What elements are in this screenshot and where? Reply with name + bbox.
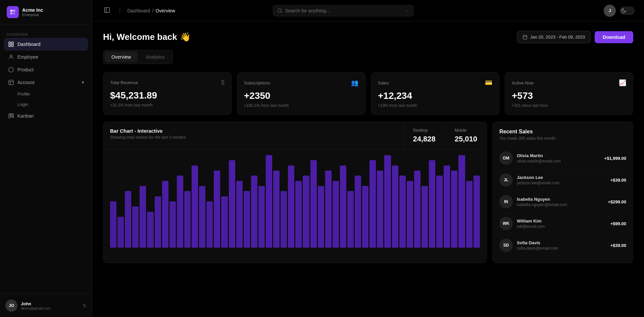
chart-bar-44[interactable] — [436, 176, 443, 248]
chart-bar-49[interactable] — [474, 176, 480, 248]
mobile-value: 25,010 — [455, 135, 477, 143]
search-arrow-icon: → — [405, 8, 409, 13]
chart-bar-35[interactable] — [369, 160, 376, 248]
chart-bar-26[interactable] — [303, 176, 309, 248]
sidebar-item-kanban[interactable]: Kanban — [4, 110, 88, 122]
sale-item-1: JL Jackson Lee jackson.lee@email.com +$3… — [499, 169, 626, 191]
sale-info: William Kim will@email.com — [517, 218, 606, 229]
chart-bar-31[interactable] — [340, 166, 346, 248]
tab-analytics[interactable]: Analytics — [139, 52, 171, 62]
account-submenu: Profile Login — [4, 89, 88, 110]
chart-subtitle: Showing total visitors for the last 3 mo… — [110, 135, 396, 140]
chart-bar-34[interactable] — [362, 186, 368, 248]
stat-icon: 📈 — [619, 79, 626, 86]
chart-bar-42[interactable] — [422, 186, 428, 248]
chart-bar-29[interactable] — [325, 171, 332, 248]
svg-rect-0 — [10, 10, 12, 12]
tab-overview[interactable]: Overview — [105, 52, 138, 62]
sale-name: Jackson Lee — [517, 175, 606, 180]
user-menu-button[interactable]: J — [604, 5, 616, 17]
chart-bar-28[interactable] — [318, 186, 324, 248]
chart-bar-24[interactable] — [288, 166, 294, 248]
footer-user-email: demo@gmail.com — [21, 306, 79, 310]
chart-card: Bar Chart - Interactive Showing total vi… — [103, 122, 487, 263]
chart-bar-17[interactable] — [236, 181, 243, 248]
chart-title-section: Bar Chart - Interactive Showing total vi… — [103, 122, 403, 149]
chart-bar-20[interactable] — [258, 186, 265, 248]
svg-rect-19 — [523, 36, 527, 39]
stat-header: Subscriptions 👥 — [244, 79, 358, 86]
chart-bar-10[interactable] — [184, 191, 191, 248]
chart-bar-30[interactable] — [333, 181, 339, 248]
sidebar-logo: Acme Inc Enterprise — [0, 0, 92, 24]
stat-change: +201 since last hour — [512, 103, 626, 108]
chart-bar-8[interactable] — [169, 201, 176, 248]
breadcrumb-current: Overview — [156, 8, 175, 13]
chart-bar-11[interactable] — [192, 166, 198, 248]
chart-bar-36[interactable] — [377, 171, 383, 248]
chart-bar-47[interactable] — [458, 155, 465, 248]
sidebar-toggle-button[interactable] — [102, 5, 112, 16]
chart-bar-0[interactable] — [110, 201, 116, 248]
theme-toggle-button[interactable] — [620, 7, 635, 15]
sidebar-item-profile[interactable]: Profile — [13, 89, 88, 99]
chart-bar-5[interactable] — [147, 212, 153, 248]
sidebar-item-product[interactable]: Product — [4, 63, 88, 76]
page-title: Hi, Welcome back 👋 — [103, 32, 191, 42]
chart-bar-9[interactable] — [177, 176, 183, 248]
chart-bar-45[interactable] — [444, 166, 450, 248]
chart-bar-6[interactable] — [155, 196, 161, 248]
footer-chevron-icon[interactable]: ⇅ — [83, 303, 87, 308]
sales-subtitle: You made 265 sales this month. — [499, 136, 626, 141]
greeting-text: Hi, Welcome back — [103, 32, 177, 42]
chart-bar-39[interactable] — [399, 176, 406, 248]
date-range-picker[interactable]: Jan 20, 2023 - Feb 09, 2023 — [517, 31, 591, 43]
chart-bar-15[interactable] — [221, 196, 228, 248]
sale-info: Olivia Martin olivia.martin@email.com — [517, 153, 600, 164]
svg-rect-4 — [9, 42, 10, 44]
chart-bar-43[interactable] — [429, 160, 435, 248]
search-input[interactable] — [285, 8, 402, 13]
svg-rect-3 — [13, 12, 15, 14]
breadcrumb-parent[interactable]: Dashboard — [127, 8, 150, 13]
sidebar-item-account[interactable]: Account ▾ — [4, 76, 88, 89]
sidebar-item-login[interactable]: Login — [13, 99, 88, 110]
chart-bar-32[interactable] — [347, 191, 354, 248]
chart-bar-33[interactable] — [355, 176, 361, 248]
chart-bar-27[interactable] — [310, 160, 317, 248]
calendar-icon — [523, 35, 528, 40]
download-button[interactable]: Download — [595, 31, 633, 43]
chart-bar-2[interactable] — [125, 191, 131, 248]
stat-header: Sales 💳 — [378, 79, 492, 86]
chart-bar-7[interactable] — [162, 181, 168, 248]
chart-bar-25[interactable] — [295, 181, 302, 248]
sale-email: sofia.davis@email.com — [517, 246, 606, 251]
sale-info: Jackson Lee jackson.lee@email.com — [517, 175, 606, 185]
sidebar-item-employee[interactable]: Employee — [4, 51, 88, 63]
chart-bar-41[interactable] — [414, 171, 420, 248]
chart-bar-46[interactable] — [451, 171, 457, 248]
chart-bar-48[interactable] — [466, 181, 473, 248]
chart-bar-3[interactable] — [132, 206, 139, 248]
chart-bar-13[interactable] — [206, 201, 213, 248]
sale-email: olivia.martin@email.com — [517, 159, 600, 164]
chart-bar-16[interactable] — [229, 160, 235, 248]
sidebar-item-dashboard[interactable]: Dashboard — [4, 38, 88, 51]
chart-bar-38[interactable] — [392, 166, 398, 248]
chart-bar-18[interactable] — [244, 191, 250, 248]
chart-bar-12[interactable] — [199, 186, 205, 248]
chart-bar-37[interactable] — [384, 155, 391, 248]
chart-bar-14[interactable] — [214, 171, 220, 248]
chart-bar-23[interactable] — [281, 191, 287, 248]
svg-rect-14 — [12, 114, 14, 118]
chart-bar-22[interactable] — [273, 171, 280, 248]
chart-bar-19[interactable] — [251, 176, 257, 248]
sale-amount: +$39.00 — [610, 178, 626, 183]
chart-bar-4[interactable] — [140, 186, 146, 248]
chart-bar-1[interactable] — [117, 217, 124, 248]
chart-stat-desktop: Desktop 24,828 — [403, 122, 445, 149]
user-avatar: JO — [5, 300, 17, 312]
chart-bar-40[interactable] — [407, 181, 413, 248]
chart-bar-21[interactable] — [266, 155, 272, 248]
bar-chart[interactable] — [103, 150, 487, 250]
